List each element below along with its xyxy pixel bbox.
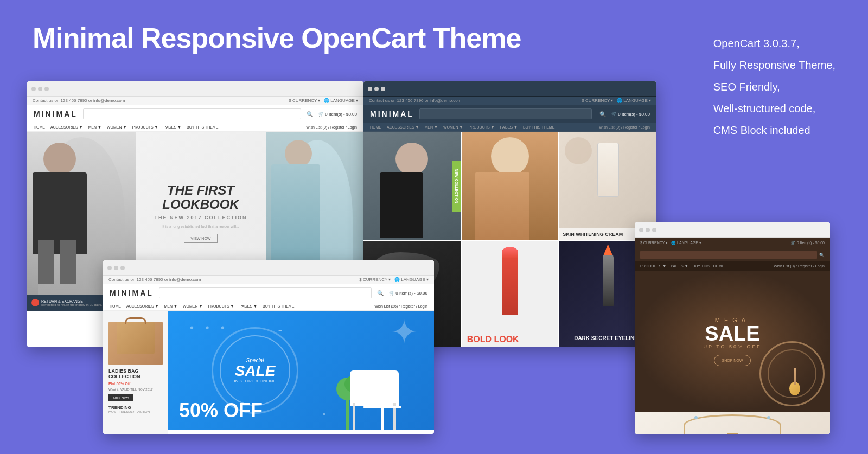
- store-logo-bar-2: MINIMAL 🔍 🛒 0 Item(s) - $0.00: [363, 105, 656, 123]
- hero-btn-1[interactable]: VIEW NOW: [184, 234, 218, 243]
- browser-dot-3: [44, 87, 49, 91]
- s4-header: $ CURRENCY ▾ 🌐 LANGUAGE ▾ 🛒 0 Item(s) - …: [635, 238, 830, 248]
- bold-look-label: BOLD LOOK: [467, 335, 553, 344]
- browser-bar-1: [27, 81, 363, 97]
- sale-sub: IN STORE & ONLINE: [234, 379, 276, 383]
- decor-dots: • • •: [190, 322, 229, 334]
- nav-pages-3[interactable]: PAGES ▼: [240, 304, 257, 308]
- nav-home-1[interactable]: HOME: [34, 125, 45, 129]
- browser-dot-11: [646, 228, 650, 232]
- contact-text-1: Contact us on 123 456 7890 or info@demo.…: [33, 98, 125, 103]
- bags-sale: Flat 50% Off: [108, 382, 163, 386]
- browser-dot-8: [114, 266, 118, 270]
- store-search-2[interactable]: [419, 108, 592, 119]
- store-cart-1: 🛒 0 Item(s) - $0.00: [318, 112, 357, 117]
- browser-dot-4: [368, 87, 372, 91]
- contact-text-2: Contact us on 123 456 7890 or info@demo.…: [369, 98, 461, 103]
- store-contact-bar-3: Contact us on 123 456 7890 or info@demo.…: [103, 276, 434, 284]
- cart-s4: 🛒 0 Item(s) - $0.00: [791, 241, 825, 245]
- nav-accessories-2[interactable]: ACCESSORIES ▼: [387, 125, 419, 129]
- browser-dot-9: [120, 266, 125, 270]
- s4-search[interactable]: [640, 251, 817, 259]
- s4-nav-products[interactable]: PRODUCTS ▼: [640, 264, 666, 268]
- page-title: Minimal Responsive OpenCart Theme: [33, 22, 521, 54]
- nav-women-2[interactable]: WOMEN ▼: [443, 125, 463, 129]
- trending-sub: MOST FRIENDLY FASHION: [108, 410, 163, 413]
- wish-register-1: Wish List (0) / Register / Login: [306, 125, 357, 129]
- nav-products-3[interactable]: PRODUCTS ▼: [208, 304, 234, 308]
- store-logo-bar-3: MINIMAL 🔍 🛒 0 Item(s) - $0.00: [103, 284, 434, 302]
- currency-lang-2: $ CURRENCY ▾ 🌐 LANGUAGE ▾: [582, 98, 651, 103]
- nav-acc-3[interactable]: ACCESSORIES ▼: [126, 304, 158, 308]
- nav-pages-2[interactable]: PAGES ▼: [500, 125, 518, 129]
- nav-men-2[interactable]: MEN ▼: [424, 125, 437, 129]
- browser-dot-5: [374, 87, 379, 91]
- s4-nav: PRODUCTS ▼ PAGES ▼ BUY THIS THEME Wish L…: [635, 261, 830, 271]
- store-search-3[interactable]: [159, 287, 372, 298]
- new-collection-tag: NEW COLLECTION: [452, 161, 461, 212]
- nav-women-1[interactable]: WOMEN ▼: [107, 125, 126, 129]
- store-logo-3: MINIMAL: [110, 289, 154, 297]
- s4-nav-buy[interactable]: BUY THIS THEME: [693, 264, 724, 268]
- store-logo-1: MINIMAL: [34, 110, 78, 118]
- wish-3: Wish List (26) / Register / Login: [374, 304, 427, 308]
- nav-men-3[interactable]: MEN ▼: [164, 304, 177, 308]
- contact-s3: Contact us on 123 456 7890 or info@demo.…: [108, 277, 201, 282]
- s4-shop-btn[interactable]: SHOP NOW: [714, 355, 751, 366]
- search-icon-3: 🔍: [377, 290, 384, 296]
- browser-dot-12: [652, 228, 656, 232]
- nav-men-1[interactable]: MEN ▼: [88, 125, 101, 129]
- store-contact-bar-2: Contact us on 123 456 7890 or info@demo.…: [363, 97, 656, 105]
- nav-home-2[interactable]: HOME: [370, 125, 381, 129]
- browser-dot-6: [381, 87, 385, 91]
- mosaic-cell-bold-look: BOLD LOOK: [462, 241, 559, 347]
- store-nav-2: HOME ACCESSORIES ▼ MEN ▼ WOMEN ▼ PRODUCT…: [363, 123, 656, 132]
- sale-circle-inner: Special SALE IN STORE & ONLINE: [220, 335, 290, 406]
- store-search-1[interactable]: [83, 108, 301, 119]
- nav-buy-3[interactable]: BUY THIS THEME: [263, 304, 294, 308]
- bags-title: LADIES BAG COLLECTION: [108, 368, 163, 379]
- s3-hero: Special SALE IN STORE & ONLINE 50% OFF •…: [168, 311, 434, 430]
- screenshot-4: $ CURRENCY ▾ 🌐 LANGUAGE ▾ 🛒 0 Item(s) - …: [635, 222, 830, 434]
- trending-label: TRENDING: [108, 405, 163, 410]
- necklace-illustration: [678, 414, 787, 434]
- browser-dot-10: [639, 228, 643, 232]
- bag-image: [108, 322, 163, 365]
- nav-pages-1[interactable]: PAGES ▼: [164, 125, 181, 129]
- shop-now-btn[interactable]: Shop Now!: [108, 394, 133, 401]
- s4-search-bar: 🔍: [635, 248, 830, 261]
- nav-buy-1[interactable]: BUY THIS THEME: [187, 125, 218, 129]
- return-desc: committed to return the money in 30 days…: [41, 303, 102, 306]
- store-logo-2: MINIMAL: [370, 110, 414, 118]
- browser-dot-1: [31, 87, 36, 91]
- search-icon-s4: 🔍: [819, 253, 825, 258]
- decor-dot-2: +: [278, 327, 282, 335]
- mosaic-cell-new-collection: NEW COLLECTION: [363, 132, 461, 240]
- nav-accessories-1[interactable]: ACCESSORIES ▼: [50, 125, 82, 129]
- hero-subtitle-1: THE NEW 2017 COLLECTION: [154, 215, 247, 220]
- feature-2: Fully Responsive Theme,: [713, 54, 835, 76]
- decor-dot-1: •: [322, 410, 326, 419]
- s4-hero-text: MEGA SALE UP TO 50% OFF SHOP NOW: [703, 317, 761, 366]
- screenshot-3: Contact us on 123 456 7890 or info@demo.…: [103, 260, 434, 434]
- nav-products-1[interactable]: PRODUCTS ▼: [132, 125, 158, 129]
- s4-upto: UP TO 50% OFF: [703, 344, 761, 349]
- nav-products-2[interactable]: PRODUCTS ▼: [468, 125, 494, 129]
- s4-nav-pages[interactable]: PAGES ▼: [671, 264, 688, 268]
- store-cart-3: 🛒 0 Item(s) - $0.00: [389, 291, 427, 296]
- hero-title-1: THE FIRST LOOKBOOK: [146, 183, 255, 212]
- bags-valid: Want it! VALID TILL NOV 2017: [108, 388, 163, 391]
- nav-women-3[interactable]: WOMEN ▼: [183, 304, 202, 308]
- return-title: RETURN & EXCHANGE: [41, 299, 102, 303]
- nav-home-3[interactable]: HOME: [110, 304, 121, 308]
- browser-bar-2: [363, 81, 656, 97]
- search-icon-1: 🔍: [307, 111, 313, 117]
- s3-left-panel: LADIES BAG COLLECTION Flat 50% Off Want …: [103, 311, 168, 434]
- s3-50off-text: 50% OFF: [179, 399, 263, 422]
- store-nav-3: HOME ACCESSORIES ▼ MEN ▼ WOMEN ▼ PRODUCT…: [103, 302, 434, 311]
- nav-buy-2[interactable]: BUY THIS THEME: [523, 125, 554, 129]
- browser-bar-4: [635, 222, 830, 238]
- store-cart-2: 🛒 0 Item(s) - $0.00: [611, 112, 650, 117]
- store-nav-1: HOME ACCESSORIES ▼ MEN ▼ WOMEN ▼ PRODUCT…: [27, 123, 363, 132]
- currency-s3: $ CURRENCY ▾ 🌐 LANGUAGE ▾: [359, 277, 429, 282]
